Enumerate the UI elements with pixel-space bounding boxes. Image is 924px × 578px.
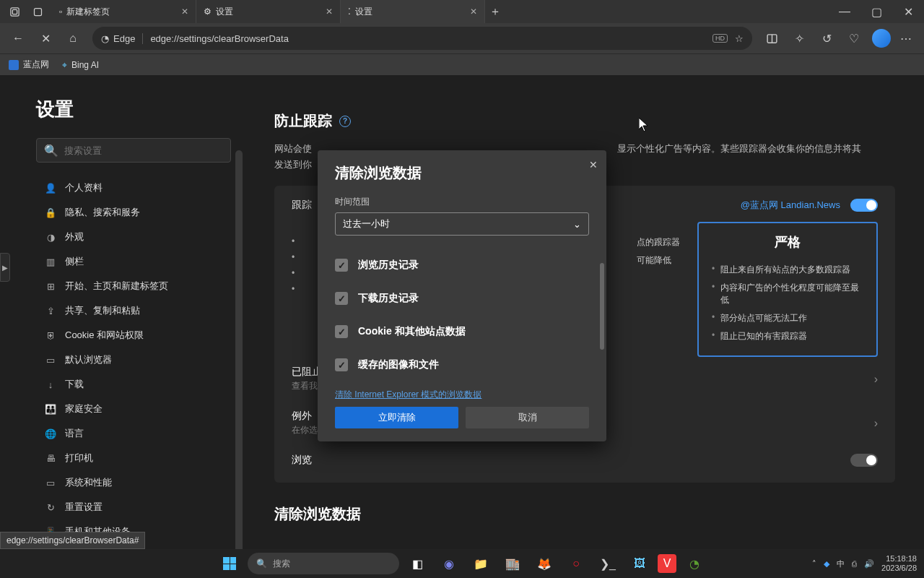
- check-label: 浏览历史记录: [358, 259, 419, 272]
- tab-strip: ▫ 新建标签页 ✕ ⚙ 设置 ✕ ⁚ 设置 ✕ ＋: [52, 0, 829, 23]
- strict-bullet: 内容和广告的个性化程度可能降至最低: [712, 279, 863, 309]
- task-view-icon[interactable]: ◧: [404, 553, 431, 574]
- sidebar-item-languages[interactable]: 🌐语言: [36, 421, 231, 446]
- address-bar[interactable]: ◔ Edge edge://settings/clearBrowserData …: [92, 27, 752, 50]
- sidebar-item-default-browser[interactable]: ▭默认浏览器: [36, 348, 231, 372]
- profile-avatar[interactable]: [872, 29, 891, 48]
- tray-ime-icon[interactable]: 中: [837, 558, 845, 569]
- tracking-toggle[interactable]: [850, 199, 878, 212]
- sidebar-item-label: 默认浏览器: [65, 353, 112, 366]
- opera-icon[interactable]: ○: [562, 553, 590, 574]
- sidebar-item-profile[interactable]: 👤个人资料: [36, 176, 231, 200]
- edge-canary-icon[interactable]: ◔: [681, 553, 708, 574]
- tab-settings-1[interactable]: ⚙ 设置 ✕: [196, 0, 341, 23]
- close-icon[interactable]: ✕: [326, 7, 333, 17]
- bookmark-bingai[interactable]: ⌖Bing AI: [62, 60, 99, 70]
- check-cached-images[interactable]: ✓ 缓存的图像和文件: [335, 348, 589, 381]
- sidebar-item-family[interactable]: 👪家庭安全: [36, 397, 231, 421]
- sidebar-item-printers[interactable]: 🖶打印机: [36, 446, 231, 470]
- checkbox-icon[interactable]: ✓: [335, 325, 348, 338]
- tray-sound-icon[interactable]: 🔊: [864, 559, 874, 569]
- browse-row[interactable]: 浏览: [292, 445, 878, 475]
- firefox-icon[interactable]: 🦊: [531, 553, 558, 574]
- gear-icon: ⚙: [204, 7, 212, 17]
- close-window-button[interactable]: ✕: [892, 0, 924, 23]
- row-title: 例外: [292, 410, 318, 423]
- favorites-icon[interactable]: ✧: [787, 27, 811, 50]
- sidebar-item-label: 打印机: [65, 452, 93, 465]
- time-range-select[interactable]: 过去一小时 ⌄: [335, 212, 589, 236]
- sidebar-item-appearance[interactable]: ◑外观: [36, 225, 231, 249]
- strict-option-card[interactable]: 严格 阻止来自所有站点的大多数跟踪器 内容和广告的个性化程度可能降至最低 部分站…: [697, 222, 878, 357]
- side-expand-handle[interactable]: ▶: [0, 253, 10, 282]
- clear-ie-link[interactable]: 清除 Internet Explorer 模式的浏览数据: [335, 389, 589, 401]
- check-cookies[interactable]: ✓ Cookie 和其他站点数据: [335, 315, 589, 348]
- sidebar-item-start[interactable]: ⊞开始、主页和新建标签页: [36, 274, 231, 298]
- search-field[interactable]: [64, 145, 223, 156]
- sidebar-scrollbar[interactable]: [235, 150, 243, 578]
- clear-browsing-data-dialog: ✕ 清除浏览数据 时间范围 过去一小时 ⌄ ✓ 浏览历史记录 ✓ 下载历史记录 …: [318, 150, 606, 441]
- settings-sidebar: 设置 🔍 👤个人资料 🔒隐私、搜索和服务 ◑外观 ▥侧栏 ⊞开始、主页和新建标签…: [0, 75, 245, 549]
- performance-icon[interactable]: ♡: [842, 27, 866, 50]
- start-button[interactable]: [216, 553, 243, 574]
- favorite-icon[interactable]: ☆: [735, 33, 744, 44]
- taskbar-search[interactable]: 🔍搜索: [248, 553, 399, 574]
- sidebar-item-system[interactable]: ▭系统和性能: [36, 470, 231, 495]
- close-icon[interactable]: ✕: [181, 7, 188, 17]
- sidebar-item-reset[interactable]: ↻重置设置: [36, 495, 231, 519]
- inprivate-toggle[interactable]: [850, 454, 878, 467]
- tray-network-icon[interactable]: ⎙: [852, 559, 857, 568]
- row-title: 浏览: [292, 454, 312, 467]
- checkbox-icon[interactable]: ✓: [335, 358, 348, 371]
- search-placeholder: 搜索: [273, 558, 290, 570]
- checkbox-icon[interactable]: ✓: [335, 259, 348, 272]
- tab-settings-2[interactable]: ⁚ 设置 ✕: [341, 0, 485, 23]
- share-icon: ⇪: [45, 305, 56, 316]
- info-icon[interactable]: ?: [339, 116, 351, 127]
- bookmark-landian[interactable]: 蓝点网: [9, 59, 49, 71]
- tab-newtab[interactable]: ▫ 新建标签页 ✕: [52, 0, 196, 23]
- tab-actions-icon[interactable]: [29, 3, 46, 20]
- minimize-button[interactable]: —: [829, 0, 860, 23]
- sidebar-item-cookies[interactable]: ⛨Cookie 和网站权限: [36, 323, 231, 348]
- check-download-history[interactable]: ✓ 下载历史记录: [335, 282, 589, 315]
- more-menu-icon[interactable]: ⋯: [894, 27, 918, 50]
- sidebar-item-label: 开始、主页和新建标签页: [65, 280, 168, 293]
- stop-button[interactable]: ✕: [33, 27, 58, 50]
- workspaces-icon[interactable]: [6, 3, 23, 20]
- tray-chevron-icon[interactable]: ˄: [812, 559, 816, 569]
- new-tab-button[interactable]: ＋: [485, 0, 505, 23]
- terminal-icon[interactable]: ❯_: [594, 553, 622, 574]
- svg-rect-0: [10, 7, 18, 15]
- sidebar-item-downloads[interactable]: ↓下载: [36, 372, 231, 397]
- dialog-scrollbar[interactable]: [600, 263, 604, 350]
- home-button[interactable]: ⌂: [61, 27, 85, 50]
- strict-bullet: 阻止来自所有站点的大多数跟踪器: [712, 261, 863, 279]
- clear-now-button[interactable]: 立即清除: [335, 407, 458, 428]
- file-explorer-icon[interactable]: 📁: [467, 553, 494, 574]
- maximize-button[interactable]: ▢: [860, 0, 892, 23]
- watermark-link[interactable]: @蓝点网 Landian.News: [741, 199, 840, 212]
- history-icon[interactable]: ↺: [814, 27, 839, 50]
- tray-copilot-icon[interactable]: ◆: [824, 559, 829, 569]
- sidebar-item-sidebar[interactable]: ▥侧栏: [36, 249, 231, 274]
- chat-icon[interactable]: ◉: [435, 553, 463, 574]
- sidebar-item-privacy[interactable]: 🔒隐私、搜索和服务: [36, 200, 231, 225]
- taskbar-clock[interactable]: 15:18:18 2023/6/28: [881, 554, 917, 573]
- vivaldi-icon[interactable]: V: [658, 554, 676, 573]
- dialog-close-button[interactable]: ✕: [589, 159, 598, 171]
- back-button[interactable]: ←: [6, 27, 30, 50]
- hd-badge: HD: [712, 34, 728, 43]
- bookmarks-bar: 蓝点网 ⌖Bing AI: [0, 53, 924, 75]
- checkbox-icon[interactable]: ✓: [335, 292, 348, 305]
- photos-icon[interactable]: 🖼: [626, 553, 653, 574]
- check-browsing-history[interactable]: ✓ 浏览历史记录: [335, 249, 589, 282]
- search-settings-input[interactable]: 🔍: [36, 138, 231, 163]
- search-icon: 🔍: [44, 144, 58, 158]
- cancel-button[interactable]: 取消: [466, 407, 589, 428]
- close-icon[interactable]: ✕: [470, 7, 477, 17]
- store-icon[interactable]: 🏬: [499, 553, 526, 574]
- sidebar-item-label: 外观: [65, 230, 84, 243]
- split-screen-icon[interactable]: [759, 27, 784, 50]
- sidebar-item-share[interactable]: ⇪共享、复制和粘贴: [36, 298, 231, 323]
